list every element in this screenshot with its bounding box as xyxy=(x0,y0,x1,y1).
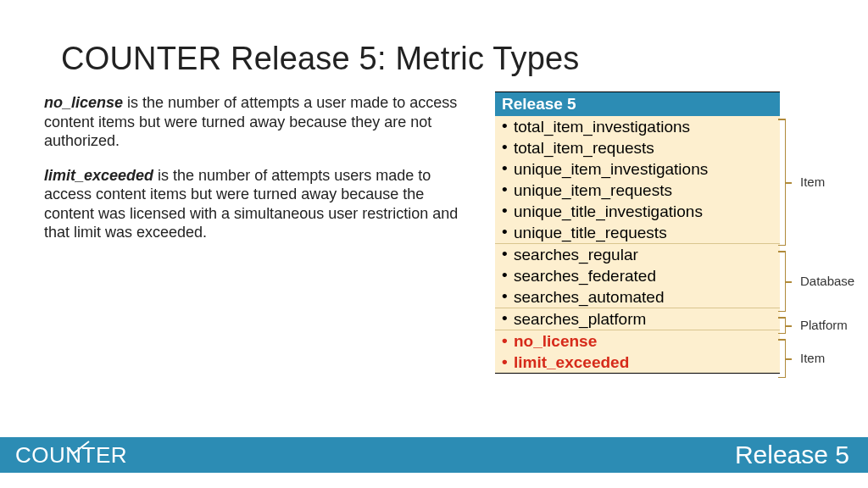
metric-group: searches_platform xyxy=(495,308,780,330)
footer-release-text: Release 5 xyxy=(735,441,849,469)
metric-item: unique_title_requests xyxy=(495,222,780,243)
footer-bar: COUNTER Release 5 xyxy=(0,437,868,473)
term-limit-exceeded: limit_exceeded xyxy=(44,167,153,184)
desc-paragraph-2: limit_exceeded is the number of attempts… xyxy=(44,166,468,242)
desc-paragraph-1: no_license is the number of attempts a u… xyxy=(44,93,468,151)
metric-table-body: total_item_investigationstotal_item_requ… xyxy=(495,116,780,374)
metric-item: unique_item_requests xyxy=(495,180,780,201)
group-label: Platform xyxy=(800,318,848,332)
metric-table-header: Release 5 xyxy=(495,92,780,116)
metric-item: unique_title_investigations xyxy=(495,201,780,222)
group-bracket xyxy=(785,251,786,312)
group-bracket xyxy=(785,317,786,334)
metric-item: no_license xyxy=(495,330,780,352)
metric-item: unique_item_investigations xyxy=(495,158,780,180)
metric-item: total_item_requests xyxy=(495,137,780,158)
metric-item: searches_federated xyxy=(495,265,780,286)
metric-item: searches_automated xyxy=(495,286,780,308)
metric-item: searches_regular xyxy=(495,244,780,265)
counter-logo: COUNTER xyxy=(15,442,127,469)
metric-group: total_item_investigationstotal_item_requ… xyxy=(495,116,780,244)
metric-item: searches_platform xyxy=(495,308,780,330)
metric-group: no_licenselimit_exceeded xyxy=(495,330,780,373)
metric-item: total_item_investigations xyxy=(495,116,780,137)
group-bracket xyxy=(785,339,786,378)
metric-group: searches_regularsearches_federatedsearch… xyxy=(495,244,780,308)
group-label: Database xyxy=(800,274,854,288)
slide-title: COUNTER Release 5: Metric Types xyxy=(61,41,580,77)
metric-table: Release 5 total_item_investigationstotal… xyxy=(495,92,780,374)
metric-item: limit_exceeded xyxy=(495,352,780,373)
group-label: Item xyxy=(800,351,825,365)
group-bracket xyxy=(785,119,786,246)
term-no-license: no_license xyxy=(44,94,123,111)
description-block: no_license is the number of attempts a u… xyxy=(44,93,468,258)
logo-checkmark-icon xyxy=(66,441,90,454)
group-label: Item xyxy=(800,175,825,189)
